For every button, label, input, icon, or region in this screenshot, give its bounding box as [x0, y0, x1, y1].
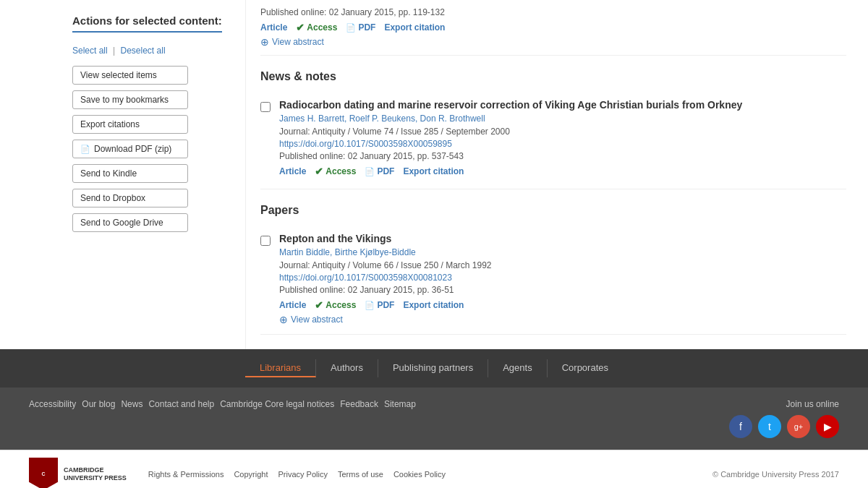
article-1-access-link[interactable]: Access — [326, 166, 356, 176]
access-check-icon: ✔ — [296, 22, 305, 33]
article-2-view-abstract-link[interactable]: ⊕ View abstract — [279, 314, 846, 325]
article-2-checkbox-wrapper[interactable] — [260, 233, 271, 325]
footer-contact-link[interactable]: Contact and help — [148, 399, 214, 409]
table-row: Radiocarbon dating and marine reservoir … — [260, 90, 846, 189]
article-2-access-link[interactable]: Access — [326, 300, 356, 310]
footer-links-left: Accessibility Our blog News Contact and … — [29, 399, 416, 409]
article-1-pdf-icon: 📄 — [365, 167, 375, 176]
article-1-links: Article ✔ Access 📄 PDF Export citation — [279, 166, 846, 177]
top-pdf-link[interactable]: 📄 PDF — [346, 22, 375, 33]
select-deselect-links: Select all | Deselect all — [72, 46, 231, 56]
footer-legal-link[interactable]: Cambridge Core legal notices — [220, 399, 334, 409]
pdf-file-icon: 📄 — [346, 23, 356, 33]
footer-nav-authors[interactable]: Authors — [316, 359, 378, 377]
export-citations-button[interactable]: Export citations — [72, 115, 188, 134]
join-us-text: Join us online — [786, 399, 839, 409]
author-barrett[interactable]: James H. Barrett — [279, 114, 344, 124]
author-biddle-b[interactable]: Birthe Kjølbye-Biddle — [335, 247, 416, 257]
article-2-article-label[interactable]: Article — [279, 300, 306, 310]
author-biddle-m[interactable]: Martin Biddle — [279, 247, 330, 257]
footer-accessibility-link[interactable]: Accessibility — [29, 399, 76, 409]
article-2-authors: Martin Biddle, Birthe Kjølbye-Biddle — [279, 247, 846, 257]
privacy-policy-link[interactable]: Privacy Policy — [278, 470, 327, 479]
article-1-published: Published online: 02 January 2015, pp. 5… — [279, 151, 846, 161]
logo-line2: UNIVERSITY PRESS — [64, 474, 127, 482]
article-2-pdf-label: PDF — [377, 300, 394, 310]
footer-nav-agents[interactable]: Agents — [488, 359, 547, 377]
news-notes-header: News & notes — [260, 70, 846, 83]
footer-sitemap-link[interactable]: Sitemap — [384, 399, 416, 409]
article-2-doi-link[interactable]: https://doi.org/10.1017/S0003598X0008102… — [279, 273, 452, 283]
article-2-published: Published online: 02 January 2015, pp. 3… — [279, 285, 846, 295]
article-2-pdf-link[interactable]: 📄 PDF — [365, 300, 394, 310]
top-article-links: Article ✔ Access 📄 PDF Export citation — [260, 22, 846, 33]
footer-nav-librarians[interactable]: Librarians — [245, 359, 316, 377]
top-article-label[interactable]: Article — [260, 22, 287, 33]
twitter-icon[interactable]: t — [758, 415, 781, 438]
send-kindle-button[interactable]: Send to Kindle — [72, 164, 188, 183]
send-gdrive-button[interactable]: Send to Google Drive — [72, 213, 188, 232]
author-brothwell[interactable]: Don R. Brothwell — [420, 114, 485, 124]
logo-shield-icon: C — [29, 458, 58, 488]
article-1-journal: Journal: Antiquity / Volume 74 / Issue 2… — [279, 127, 846, 137]
view-selected-button[interactable]: View selected items — [72, 66, 188, 85]
cambridge-logo: C CAMBRIDGE UNIVERSITY PRESS — [29, 458, 127, 488]
logo-text: CAMBRIDGE UNIVERSITY PRESS — [64, 466, 127, 482]
top-view-abstract-link[interactable]: ⊕ View abstract — [260, 36, 846, 48]
footer-links-bar: Accessibility Our blog News Contact and … — [0, 388, 868, 450]
top-access-link[interactable]: Access — [307, 22, 337, 33]
copyright-link[interactable]: Copyright — [234, 470, 268, 479]
rights-permissions-link[interactable]: Rights & Permissions — [148, 470, 224, 479]
footer-nav-corporates[interactable]: Corporates — [548, 359, 623, 377]
author-beukens[interactable]: Roelf P. Beukens — [349, 114, 415, 124]
article-1-doi-link[interactable]: https://doi.org/10.1017/S0003598X0005989… — [279, 139, 452, 149]
send-dropbox-button[interactable]: Send to Dropbox — [72, 189, 188, 207]
top-pdf-label: PDF — [358, 22, 375, 33]
article-2-links: Article ✔ Access 📄 PDF Export citation — [279, 299, 846, 311]
footer-nav-inner: Librarians Authors Publishing partners A… — [0, 359, 868, 377]
article-2-plus-icon: ⊕ — [279, 314, 288, 325]
article-2-access-badge: ✔ Access — [315, 299, 356, 311]
article-checkbox-wrapper[interactable] — [260, 99, 271, 180]
facebook-icon[interactable]: f — [729, 415, 752, 438]
youtube-icon[interactable]: ▶ — [816, 415, 839, 438]
papers-header: Papers — [260, 204, 846, 217]
article-1-doi: https://doi.org/10.1017/S0003598X0005989… — [279, 139, 846, 149]
article-2-checkbox[interactable] — [260, 236, 271, 246]
article-1-check-icon: ✔ — [315, 166, 323, 177]
copyright-text: © Cambridge University Press 2017 — [712, 470, 839, 479]
separator: | — [113, 46, 115, 56]
article-1-checkbox[interactable] — [260, 102, 271, 112]
select-all-link[interactable]: Select all — [72, 46, 108, 56]
social-icons: f t g+ ▶ — [729, 415, 839, 438]
save-bookmarks-button[interactable]: Save to my bookmarks — [72, 90, 188, 109]
footer-feedback-link[interactable]: Feedback — [340, 399, 378, 409]
footer-nav-publishing-partners[interactable]: Publishing partners — [378, 359, 488, 377]
top-view-abstract-label: View abstract — [272, 37, 324, 47]
article-2-title: Repton and the Vikings — [279, 233, 846, 244]
sidebar-title: Actions for selected content: — [72, 14, 222, 33]
deselect-all-link[interactable]: Deselect all — [121, 46, 166, 56]
top-access-badge: ✔ Access — [296, 22, 337, 33]
article-1-article-label[interactable]: Article — [279, 166, 306, 176]
download-pdf-label: Download PDF (zip) — [94, 144, 171, 154]
footer-blog-link[interactable]: Our blog — [82, 399, 115, 409]
plus-icon: ⊕ — [260, 36, 269, 48]
cookies-policy-link[interactable]: Cookies Policy — [393, 470, 446, 479]
footer-links-right: Join us online f t g+ ▶ — [729, 399, 839, 438]
article-2-view-abstract-label: View abstract — [291, 314, 343, 325]
article-2-check-icon: ✔ — [315, 299, 323, 311]
table-row: Repton and the Vikings Martin Biddle, Bi… — [260, 224, 846, 335]
article-1-access-badge: ✔ Access — [315, 166, 356, 177]
terms-of-use-link[interactable]: Terms of use — [338, 470, 383, 479]
article-2-doi: https://doi.org/10.1017/S0003598X0008102… — [279, 273, 846, 283]
sidebar: Actions for selected content: Select all… — [0, 0, 246, 349]
article-1-pdf-label: PDF — [377, 166, 394, 176]
article-1-pdf-link[interactable]: 📄 PDF — [365, 166, 394, 176]
footer-news-link[interactable]: News — [121, 399, 142, 409]
top-export-link[interactable]: Export citation — [384, 22, 445, 33]
download-pdf-button[interactable]: 📄 Download PDF (zip) — [72, 140, 188, 158]
article-2-export-link[interactable]: Export citation — [403, 300, 464, 310]
article-1-export-link[interactable]: Export citation — [403, 166, 464, 176]
google-plus-icon[interactable]: g+ — [787, 415, 810, 438]
